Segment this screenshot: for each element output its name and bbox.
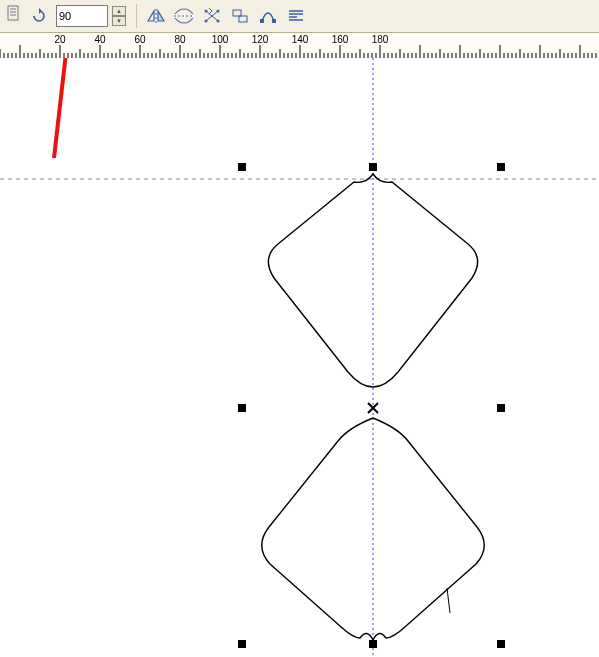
selection-handle[interactable] <box>238 640 246 648</box>
to-curve-icon[interactable] <box>255 3 281 29</box>
mirror-horizontal-icon[interactable] <box>143 3 169 29</box>
svg-text:140: 140 <box>292 34 309 45</box>
spinner-up-icon[interactable]: ▲ <box>112 6 126 16</box>
svg-point-11 <box>217 20 220 23</box>
drawing-canvas[interactable] <box>0 58 599 657</box>
svg-point-8 <box>205 10 208 13</box>
text-wrap-icon[interactable] <box>283 3 309 29</box>
svg-text:180: 180 <box>372 34 389 45</box>
selection-handles[interactable] <box>238 163 505 648</box>
svg-point-9 <box>217 10 220 13</box>
selection-handle[interactable] <box>238 404 246 412</box>
selection-handle[interactable] <box>497 163 505 171</box>
svg-line-179 <box>54 58 67 158</box>
stray-mark <box>447 588 450 613</box>
selection-handle[interactable] <box>369 163 377 171</box>
svg-text:60: 60 <box>134 34 146 45</box>
svg-text:40: 40 <box>94 34 106 45</box>
property-toolbar: ▲ ▼ <box>0 0 599 33</box>
free-transform-icon[interactable] <box>199 3 225 29</box>
svg-text:120: 120 <box>252 34 269 45</box>
selection-handle[interactable] <box>369 640 377 648</box>
horizontal-ruler[interactable]: 20406080100120140160180 <box>0 33 599 59</box>
annotation-arrow <box>54 58 76 158</box>
toolbar-divider <box>136 4 137 28</box>
svg-rect-0 <box>8 6 18 20</box>
svg-rect-13 <box>239 16 247 22</box>
svg-text:160: 160 <box>332 34 349 45</box>
selection-handle[interactable] <box>238 163 246 171</box>
align-icon[interactable] <box>227 3 253 29</box>
svg-text:20: 20 <box>54 34 66 45</box>
rotate-icon[interactable] <box>26 3 52 29</box>
svg-text:80: 80 <box>174 34 186 45</box>
mirror-vertical-icon[interactable] <box>171 3 197 29</box>
svg-text:100: 100 <box>212 34 229 45</box>
selection-handle[interactable] <box>497 404 505 412</box>
svg-point-10 <box>205 20 208 23</box>
spinner-down-icon[interactable]: ▼ <box>112 16 126 26</box>
shape-diamond-top[interactable] <box>268 174 477 387</box>
svg-rect-14 <box>260 19 264 23</box>
svg-rect-12 <box>233 10 241 16</box>
selection-handle[interactable] <box>497 640 505 648</box>
rotation-angle-input[interactable] <box>56 5 108 27</box>
rotation-spinner[interactable]: ▲ ▼ <box>112 6 126 26</box>
svg-rect-15 <box>272 19 276 23</box>
notes-icon[interactable] <box>6 4 22 26</box>
